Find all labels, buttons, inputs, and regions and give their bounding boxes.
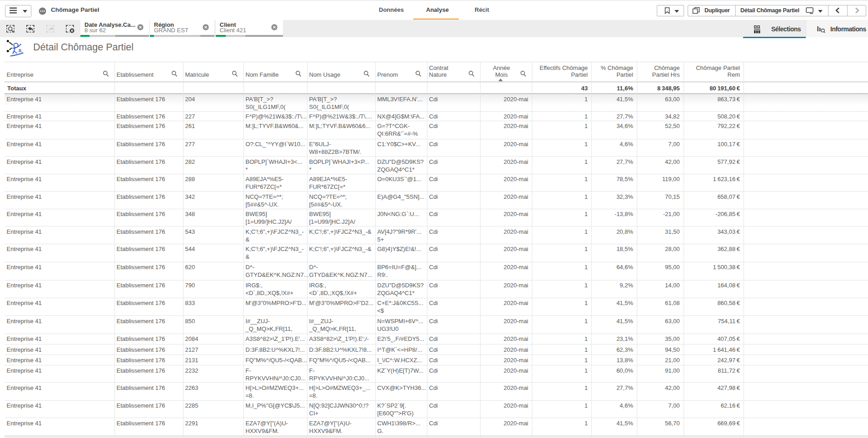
svg-text:l: l (21, 51, 22, 55)
